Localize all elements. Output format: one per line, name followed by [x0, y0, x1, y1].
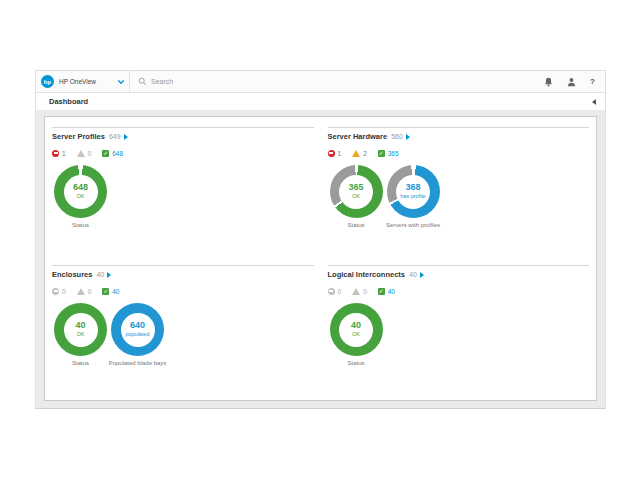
- donut-value: 368: [405, 183, 420, 193]
- ok-status-group[interactable]: 648: [102, 150, 123, 157]
- status-summary-row: 1 2 365: [328, 149, 590, 157]
- section-link-arrow-icon: [124, 134, 128, 140]
- status-summary-row: 0 0 40: [52, 287, 314, 295]
- status-donut-chart[interactable]: 648 OK: [54, 165, 107, 218]
- help-button[interactable]: ?: [590, 77, 595, 86]
- status-donut-chart[interactable]: 40 OK: [54, 303, 107, 356]
- warning-status-group[interactable]: 2: [352, 150, 367, 157]
- topbar-divider: [129, 71, 130, 93]
- donut-value: 365: [348, 183, 363, 193]
- critical-count: 0: [62, 288, 66, 295]
- section-title: Enclosures: [52, 270, 92, 279]
- search-input[interactable]: [151, 78, 351, 85]
- section-link-logical-interconnects[interactable]: Logical Interconnects 40: [328, 270, 590, 279]
- donut-label: Populated blade bays: [109, 360, 167, 366]
- ok-check-icon: [102, 288, 109, 295]
- dashboard-content: Server Profiles 649 1 0 648: [36, 110, 605, 408]
- critical-status-group[interactable]: 1: [328, 150, 342, 157]
- donut-label: Status: [347, 222, 364, 228]
- brand-label: HP OneView: [59, 78, 117, 85]
- critical-icon: [328, 288, 335, 295]
- warning-icon: [77, 288, 85, 295]
- section-link-arrow-icon: [406, 134, 410, 140]
- donut-sublabel: populated: [125, 331, 149, 338]
- ok-check-icon: [378, 150, 385, 157]
- ok-check-icon: [102, 150, 109, 157]
- ok-status-group[interactable]: 40: [102, 288, 119, 295]
- chevron-down-icon: [117, 78, 125, 86]
- search-bar: [138, 77, 544, 86]
- donut-label: Status: [72, 360, 89, 366]
- donut-sublabel: OK: [352, 193, 360, 200]
- section-title: Logical Interconnects: [328, 270, 406, 279]
- donut-hole: 40 OK: [64, 313, 98, 347]
- section-title: Server Profiles: [52, 132, 105, 141]
- section-link-arrow-icon: [107, 272, 111, 278]
- donut-block-status: 40 OK Status: [328, 303, 385, 366]
- donut-block-status: 648 OK Status: [52, 165, 109, 228]
- donut-value: 40: [75, 321, 85, 331]
- donut-label: Status: [72, 222, 89, 228]
- section-link-enclosures[interactable]: Enclosures 40: [52, 270, 314, 279]
- donut-block-status: 40 OK Status: [52, 303, 109, 366]
- section-link-arrow-icon: [420, 272, 424, 278]
- section-server-hardware: Server Hardware 560 1 2 365: [328, 127, 590, 265]
- user-session-icon[interactable]: [567, 77, 576, 87]
- donut-hole: 365 OK: [339, 175, 373, 209]
- donut-hole: 640 populated: [121, 313, 155, 347]
- ok-count: 648: [112, 150, 123, 157]
- donut-sublabel: OK: [77, 331, 85, 338]
- donut-label: Servers with profiles: [386, 222, 440, 228]
- donut-row: 648 OK Status: [52, 165, 314, 228]
- donut-sublabel: OK: [352, 331, 360, 338]
- top-bar: hp HP OneView ?: [36, 71, 605, 93]
- topbar-actions: ?: [544, 77, 595, 87]
- section-count: 40: [409, 271, 417, 278]
- donut-sublabel: has profile: [400, 193, 425, 200]
- warning-status-group[interactable]: 0: [77, 150, 92, 157]
- page-header: Dashboard: [36, 93, 605, 110]
- section-title: Server Hardware: [328, 132, 388, 141]
- critical-count: 1: [62, 150, 66, 157]
- status-summary-row: 0 0 40: [328, 287, 590, 295]
- critical-status-group[interactable]: 1: [52, 150, 66, 157]
- donut-value: 640: [130, 321, 145, 331]
- brand-menu[interactable]: hp HP OneView: [41, 75, 125, 88]
- donut-value: 648: [73, 183, 88, 193]
- warning-icon: [352, 288, 360, 295]
- donut-block-profiles: 368 has profile Servers with profiles: [385, 165, 442, 228]
- bays-donut-chart[interactable]: 640 populated: [111, 303, 164, 356]
- warning-count: 0: [88, 288, 92, 295]
- section-link-server-hardware[interactable]: Server Hardware 560: [328, 132, 590, 141]
- donut-sublabel: OK: [77, 193, 85, 200]
- warning-status-group[interactable]: 0: [352, 288, 367, 295]
- critical-status-group[interactable]: 0: [328, 288, 342, 295]
- section-logical-interconnects: Logical Interconnects 40 0 0 40: [328, 265, 590, 400]
- notifications-bell-icon[interactable]: [544, 77, 553, 87]
- donut-hole: 40 OK: [339, 313, 373, 347]
- warning-status-group[interactable]: 0: [77, 288, 92, 295]
- donut-hole: 648 OK: [64, 175, 98, 209]
- section-server-profiles: Server Profiles 649 1 0 648: [52, 127, 314, 265]
- critical-icon: [52, 150, 59, 157]
- section-enclosures: Enclosures 40 0 0 40: [52, 265, 314, 400]
- section-link-server-profiles[interactable]: Server Profiles 649: [52, 132, 314, 141]
- donut-row: 40 OK Status 640 populated: [52, 303, 314, 366]
- donut-block-bays: 640 populated Populated blade bays: [109, 303, 166, 366]
- profiles-donut-chart[interactable]: 368 has profile: [387, 165, 440, 218]
- app-window: hp HP OneView ? Da: [35, 70, 606, 409]
- section-count: 649: [109, 133, 121, 140]
- status-donut-chart[interactable]: 365 OK: [330, 165, 383, 218]
- ok-status-group[interactable]: 365: [378, 150, 399, 157]
- ok-status-group[interactable]: 40: [378, 288, 395, 295]
- warning-count: 2: [363, 150, 367, 157]
- warning-count: 0: [363, 288, 367, 295]
- search-icon: [138, 77, 147, 86]
- collapse-panel-arrow-icon[interactable]: [592, 99, 596, 105]
- warning-icon: [352, 150, 360, 157]
- warning-icon: [77, 150, 85, 157]
- status-summary-row: 1 0 648: [52, 149, 314, 157]
- donut-label: Status: [347, 360, 364, 366]
- status-donut-chart[interactable]: 40 OK: [330, 303, 383, 356]
- critical-status-group[interactable]: 0: [52, 288, 66, 295]
